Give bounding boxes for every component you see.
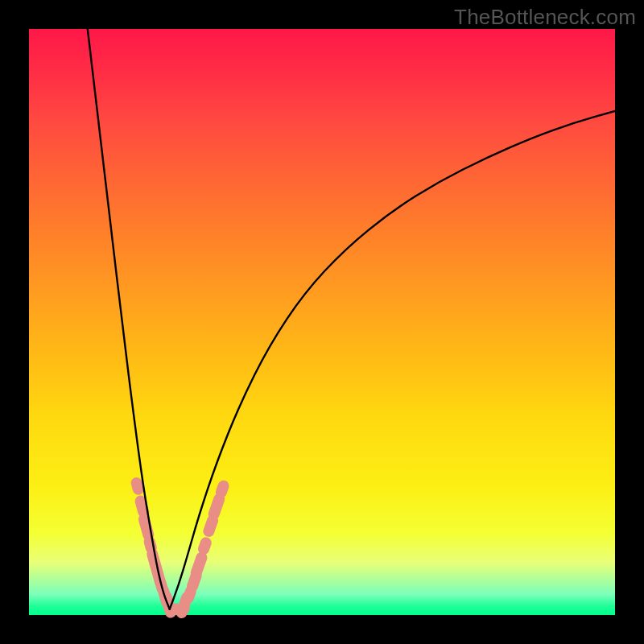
salmon-bead <box>189 551 208 580</box>
plot-area <box>29 29 615 615</box>
right-curve <box>170 111 615 609</box>
watermark-text: TheBottleneck.com <box>454 5 636 30</box>
curves-svg <box>29 29 615 615</box>
left-curve <box>88 29 170 609</box>
chart-frame: TheBottleneck.com <box>0 0 644 644</box>
